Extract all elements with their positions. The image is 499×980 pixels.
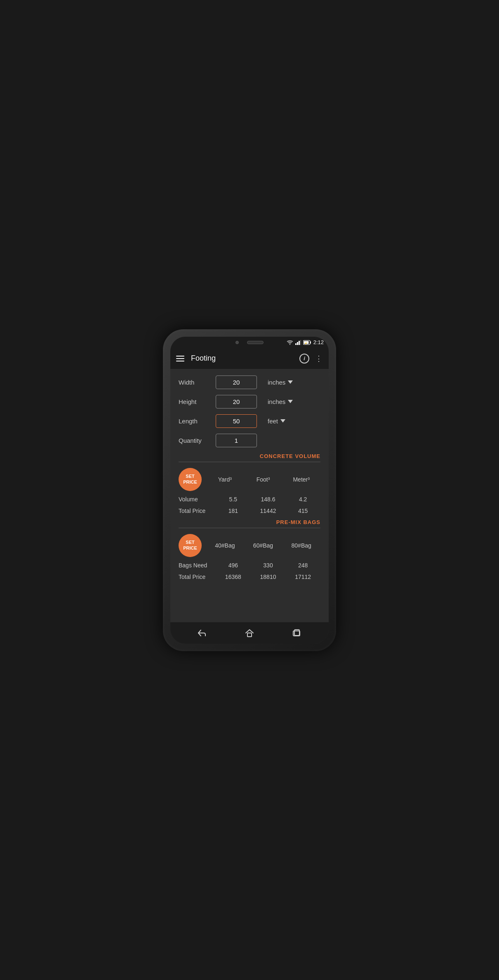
height-label: Height xyxy=(179,398,212,405)
width-row: Width inches xyxy=(179,375,320,389)
concrete-col2-header: Foot³ xyxy=(244,476,282,483)
concrete-col3-header: Meter³ xyxy=(282,476,320,483)
bags-need-label: Bags Need xyxy=(179,562,216,569)
concrete-col1-header: Yard³ xyxy=(206,476,244,483)
bags-col2-header: 60#Bag xyxy=(244,542,282,549)
nav-bar xyxy=(170,622,329,644)
length-input[interactable] xyxy=(216,414,257,428)
premix-bags-header: PRE-MIX BAGS xyxy=(179,519,320,525)
speaker xyxy=(247,341,264,344)
width-unit-selector[interactable]: inches xyxy=(268,379,293,386)
app-bar: Footing i ⋮ xyxy=(170,348,329,369)
bags-total-price-col3: 17112 xyxy=(285,574,320,580)
bags-set-price-button[interactable]: SET PRICE xyxy=(179,534,202,557)
bags-need-values: 496 330 248 xyxy=(216,562,320,569)
recents-button[interactable] xyxy=(290,626,304,640)
quantity-input[interactable] xyxy=(216,434,257,447)
height-unit-selector[interactable]: inches xyxy=(268,398,293,405)
svg-rect-5 xyxy=(310,341,311,343)
concrete-set-price-button[interactable]: SET PRICE xyxy=(179,468,202,491)
concrete-total-price-row: Total Price 181 11442 415 xyxy=(179,508,320,514)
concrete-total-price-label: Total Price xyxy=(179,508,216,514)
back-button[interactable] xyxy=(195,626,209,640)
length-unit-label: feet xyxy=(268,418,278,425)
width-label: Width xyxy=(179,379,212,386)
bags-col3: 248 xyxy=(285,562,320,569)
wifi-icon xyxy=(287,340,293,345)
bags-col-headers: 40#Bag 60#Bag 80#Bag xyxy=(202,542,320,549)
svg-rect-8 xyxy=(247,633,252,637)
bags-total-price-col1: 16368 xyxy=(216,574,251,580)
bags-total-price-col2: 18810 xyxy=(251,574,286,580)
signal-icon xyxy=(295,340,301,345)
volume-col1: 5.5 xyxy=(216,496,251,503)
height-unit-arrow xyxy=(288,400,293,403)
volume-col3: 4.2 xyxy=(285,496,320,503)
info-button[interactable]: i xyxy=(299,354,309,364)
camera xyxy=(235,341,239,344)
status-time: 2:12 xyxy=(313,339,324,345)
volume-label: Volume xyxy=(179,496,216,503)
bags-col-headers-row: SET PRICE 40#Bag 60#Bag 80#Bag xyxy=(179,534,320,557)
bags-total-price-values: 16368 18810 17112 xyxy=(216,574,320,580)
height-unit-label: inches xyxy=(268,398,285,405)
main-content: Width inches Height inches Length xyxy=(170,369,329,622)
volume-col2: 148.6 xyxy=(251,496,286,503)
bags-total-price-row: Total Price 16368 18810 17112 xyxy=(179,574,320,580)
volume-data-row: Volume 5.5 148.6 4.2 xyxy=(179,496,320,503)
bags-col2: 330 xyxy=(251,562,286,569)
quantity-row: Quantity xyxy=(179,434,320,447)
quantity-label: Quantity xyxy=(179,437,212,444)
length-unit-selector[interactable]: feet xyxy=(268,418,285,425)
concrete-col-headers-row: SET PRICE Yard³ Foot³ Meter³ xyxy=(179,468,320,491)
length-row: Length feet xyxy=(179,414,320,428)
svg-text:⚡: ⚡ xyxy=(304,342,308,345)
height-input[interactable] xyxy=(216,395,257,409)
length-label: Length xyxy=(179,418,212,425)
divider-1 xyxy=(179,462,320,462)
concrete-total-price-col1: 181 xyxy=(216,508,251,514)
length-unit-arrow xyxy=(280,419,285,423)
bags-total-price-label: Total Price xyxy=(179,574,216,580)
height-row: Height inches xyxy=(179,395,320,409)
width-unit-arrow xyxy=(288,380,293,384)
top-action-icons: i ⋮ xyxy=(299,354,323,364)
concrete-total-price-col3: 415 xyxy=(285,508,320,514)
svg-rect-2 xyxy=(299,341,300,345)
width-unit-label: inches xyxy=(268,379,285,386)
bags-col3-header: 80#Bag xyxy=(282,542,320,549)
hamburger-menu[interactable] xyxy=(176,356,184,361)
page-title: Footing xyxy=(191,354,294,363)
bags-need-row: Bags Need 496 330 248 xyxy=(179,562,320,569)
width-input[interactable] xyxy=(216,375,257,389)
svg-rect-3 xyxy=(300,340,301,345)
svg-rect-0 xyxy=(295,343,297,345)
divider-2 xyxy=(179,528,320,528)
volume-values: 5.5 148.6 4.2 xyxy=(216,496,320,503)
bags-col1: 496 xyxy=(216,562,251,569)
status-icons: ⚡ 2:12 xyxy=(287,339,324,345)
concrete-col-headers: Yard³ Foot³ Meter³ xyxy=(202,476,320,483)
bags-col1-header: 40#Bag xyxy=(206,542,244,549)
concrete-total-price-values: 181 11442 415 xyxy=(216,508,320,514)
battery-icon: ⚡ xyxy=(303,340,311,345)
concrete-volume-header: CONCRETE VOLUME xyxy=(179,453,320,459)
svg-rect-1 xyxy=(297,342,298,345)
concrete-total-price-col2: 11442 xyxy=(251,508,286,514)
more-options-button[interactable]: ⋮ xyxy=(315,354,323,363)
home-button[interactable] xyxy=(242,626,257,640)
